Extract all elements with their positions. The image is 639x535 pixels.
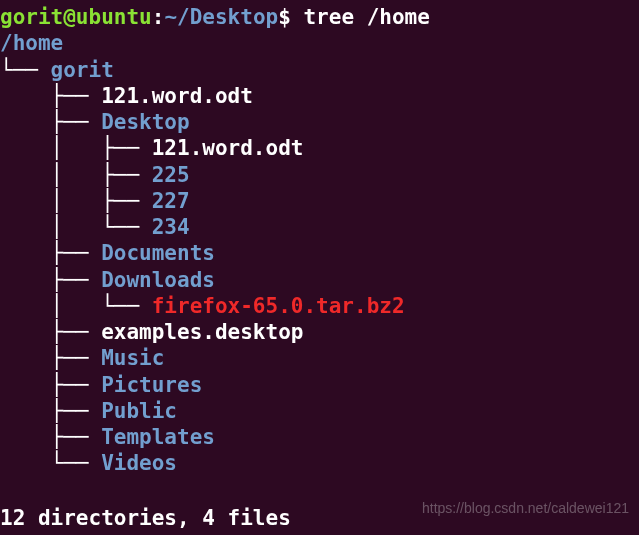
tree-row: │ ├── 121.word.odt	[0, 135, 639, 161]
tree-entry-file: examples.desktop	[101, 320, 303, 344]
tree-row: ├── Desktop	[0, 109, 639, 135]
tree-entry-dir: Desktop	[101, 110, 190, 134]
tree-row: │ ├── 225	[0, 162, 639, 188]
watermark: https://blog.csdn.net/caldewei121	[422, 500, 629, 518]
tree-entry-dir: 225	[152, 163, 190, 187]
tree-entry-dir: Templates	[101, 425, 215, 449]
root-path: /home	[0, 31, 63, 55]
tree-row: │ └── firefox-65.0.tar.bz2	[0, 293, 639, 319]
tree-prefix: ├──	[0, 399, 101, 423]
tree-prefix: │ ├──	[0, 136, 152, 160]
tree-entry-dir: 227	[152, 189, 190, 213]
tree-entry-file: 121.word.odt	[101, 84, 253, 108]
command-text: tree /home	[303, 5, 429, 29]
current-path: ~/Desktop	[164, 5, 278, 29]
tree-entry-dir: Public	[101, 399, 177, 423]
tree-output: └── gorit ├── 121.word.odt ├── Desktop │…	[0, 57, 639, 477]
tree-entry-dir: 234	[152, 215, 190, 239]
tree-entry-archive: firefox-65.0.tar.bz2	[152, 294, 405, 318]
prompt-colon: :	[152, 5, 165, 29]
terminal-prompt: gorit@ubuntu:~/Desktop$ tree /home	[0, 4, 639, 30]
tree-prefix: ├──	[0, 110, 101, 134]
tree-row: ├── Pictures	[0, 372, 639, 398]
user-host: gorit@ubuntu	[0, 5, 152, 29]
tree-root: /home	[0, 30, 639, 56]
tree-prefix: ├──	[0, 241, 101, 265]
tree-row: ├── Music	[0, 345, 639, 371]
tree-prefix: ├──	[0, 373, 101, 397]
tree-prefix: │ └──	[0, 215, 152, 239]
tree-entry-dir: Downloads	[101, 268, 215, 292]
tree-row: ├── Documents	[0, 240, 639, 266]
tree-prefix: └──	[0, 58, 51, 82]
tree-prefix: ├──	[0, 268, 101, 292]
tree-row: ├── Templates	[0, 424, 639, 450]
tree-entry-dir: gorit	[51, 58, 114, 82]
tree-prefix: ├──	[0, 320, 101, 344]
tree-row: ├── Public	[0, 398, 639, 424]
tree-prefix: │ ├──	[0, 189, 152, 213]
tree-row: └── Videos	[0, 450, 639, 476]
tree-entry-dir: Documents	[101, 241, 215, 265]
tree-prefix: ├──	[0, 346, 101, 370]
tree-prefix: └──	[0, 451, 101, 475]
tree-entry-dir: Videos	[101, 451, 177, 475]
tree-prefix: ├──	[0, 425, 101, 449]
tree-prefix: ├──	[0, 84, 101, 108]
tree-row: ├── examples.desktop	[0, 319, 639, 345]
tree-entry-file: 121.word.odt	[152, 136, 304, 160]
tree-row: │ ├── 227	[0, 188, 639, 214]
tree-row: ├── Downloads	[0, 267, 639, 293]
tree-entry-dir: Music	[101, 346, 164, 370]
tree-prefix: │ ├──	[0, 163, 152, 187]
tree-entry-dir: Pictures	[101, 373, 202, 397]
tree-row: ├── 121.word.odt	[0, 83, 639, 109]
prompt-dollar: $	[278, 5, 303, 29]
tree-prefix: │ └──	[0, 294, 152, 318]
tree-row: │ └── 234	[0, 214, 639, 240]
tree-row: └── gorit	[0, 57, 639, 83]
